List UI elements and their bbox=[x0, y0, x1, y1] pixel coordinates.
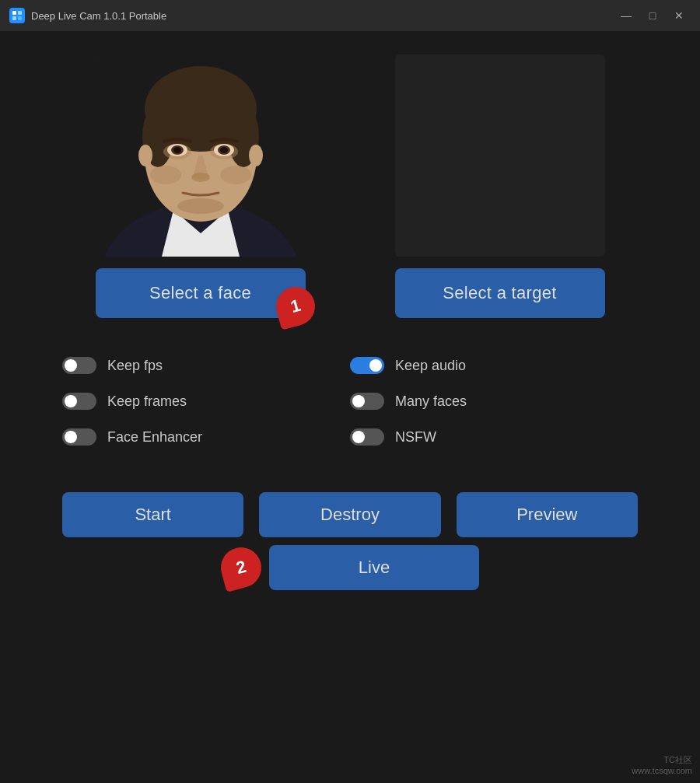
svg-point-23 bbox=[150, 166, 181, 184]
maximize-button[interactable]: □ bbox=[641, 5, 664, 26]
svg-point-19 bbox=[220, 147, 228, 153]
watermark: TC社区 www.tcsqw.com bbox=[632, 754, 692, 775]
toggle-row-keep-audio: Keep audio bbox=[350, 357, 638, 374]
many-faces-toggle[interactable] bbox=[350, 393, 384, 410]
app-title: Deep Live Cam 1.0.1 Portable bbox=[31, 10, 166, 22]
app-icon bbox=[9, 8, 25, 23]
svg-point-21 bbox=[138, 145, 152, 166]
select-face-button[interactable]: Select a face bbox=[96, 268, 306, 318]
target-panel: Select a target bbox=[362, 54, 638, 318]
preview-button[interactable]: Preview bbox=[457, 492, 638, 537]
toggle-row-keep-fps: Keep fps bbox=[62, 357, 350, 374]
toggle-knob bbox=[65, 431, 77, 443]
title-bar-left: Deep Live Cam 1.0.1 Portable bbox=[9, 8, 166, 23]
keep-frames-toggle[interactable] bbox=[62, 393, 96, 410]
toggle-row-keep-frames: Keep frames bbox=[62, 393, 350, 410]
nsfw-toggle[interactable] bbox=[350, 428, 384, 446]
live-button[interactable]: Live bbox=[269, 545, 479, 590]
destroy-button[interactable]: Destroy bbox=[259, 492, 440, 537]
svg-point-20 bbox=[191, 173, 210, 182]
svg-rect-2 bbox=[12, 16, 16, 20]
svg-point-22 bbox=[249, 145, 263, 166]
select-target-button[interactable]: Select a target bbox=[395, 268, 605, 318]
title-bar-controls: — □ ✕ bbox=[614, 5, 691, 26]
keep-audio-toggle[interactable] bbox=[350, 357, 384, 374]
toggle-knob bbox=[369, 359, 382, 372]
action-row: Start Destroy Preview bbox=[62, 492, 638, 537]
toggle-row-face-enhancer: Face Enhancer bbox=[62, 428, 350, 446]
main-content: 1 Select a face Select a target Keep fps bbox=[0, 31, 700, 613]
keep-frames-label: Keep frames bbox=[107, 393, 187, 410]
keep-audio-label: Keep audio bbox=[395, 358, 466, 374]
nsfw-label: NSFW bbox=[395, 429, 436, 446]
right-toggle-col: Keep audio Many faces NSFW bbox=[350, 357, 638, 446]
toggle-knob bbox=[352, 431, 365, 443]
face-enhancer-toggle[interactable] bbox=[62, 428, 96, 446]
minimize-button[interactable]: — bbox=[614, 5, 638, 26]
toggle-knob bbox=[65, 359, 77, 372]
left-toggle-col: Keep fps Keep frames Face Enhancer bbox=[62, 357, 350, 446]
face-enhancer-label: Face Enhancer bbox=[107, 429, 202, 446]
toggle-knob bbox=[65, 395, 77, 407]
svg-rect-0 bbox=[12, 11, 16, 15]
live-badge: 2 bbox=[216, 543, 266, 592]
panels-row: 1 Select a face Select a target bbox=[62, 54, 638, 318]
live-btn-container: 2 Live bbox=[221, 545, 479, 590]
start-button[interactable]: Start bbox=[62, 492, 243, 537]
toggle-row-many-faces: Many faces bbox=[350, 393, 638, 410]
toggle-knob bbox=[352, 395, 365, 407]
keep-fps-toggle[interactable] bbox=[62, 357, 96, 374]
face-panel: 1 Select a face bbox=[62, 54, 338, 318]
many-faces-label: Many faces bbox=[395, 393, 467, 410]
keep-fps-label: Keep fps bbox=[107, 358, 163, 374]
toggles-section: Keep fps Keep frames Face Enhancer bbox=[62, 357, 638, 446]
face-portrait bbox=[96, 54, 306, 257]
toggle-row-nsfw: NSFW bbox=[350, 428, 638, 446]
svg-point-25 bbox=[177, 198, 224, 214]
svg-point-24 bbox=[220, 166, 251, 184]
svg-rect-3 bbox=[18, 16, 22, 20]
svg-point-18 bbox=[173, 147, 181, 153]
live-row: 2 Live bbox=[62, 545, 638, 590]
title-bar: Deep Live Cam 1.0.1 Portable — □ ✕ bbox=[0, 0, 700, 31]
close-button[interactable]: ✕ bbox=[667, 5, 691, 26]
svg-rect-1 bbox=[18, 11, 22, 15]
face-image-container bbox=[96, 54, 306, 257]
target-image-container bbox=[395, 54, 605, 257]
